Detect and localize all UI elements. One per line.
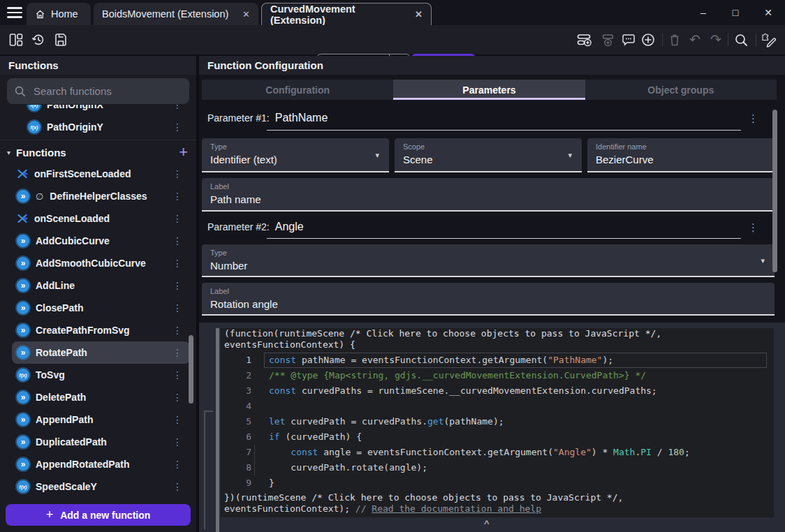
code-lines[interactable]: 1const pathName = eventsFunctionContext.…	[221, 353, 774, 491]
window-close-button[interactable]: ✕	[758, 6, 778, 20]
undo-icon[interactable]: ↶	[687, 32, 703, 47]
parameter-1-menu-icon[interactable]: ⋮	[748, 112, 758, 125]
item-menu-icon[interactable]: ⋮	[173, 459, 183, 470]
tab-boidsmovement[interactable]: BoidsMovement (Extension) ✕	[94, 3, 258, 25]
item-menu-icon[interactable]: ⋮	[173, 414, 183, 425]
function-item[interactable]: onSceneLoaded⋮	[12, 207, 190, 230]
param2-type-select[interactable]: Type Number ▾	[202, 244, 775, 277]
param1-scope-select[interactable]: Scope Scene ▾	[395, 138, 582, 172]
javascript-code-editor[interactable]: (function(runtimeScene /* Click here to …	[221, 328, 774, 517]
code-line[interactable]: 3const curvedPaths = runtimeScene.__curv…	[221, 383, 774, 399]
function-item[interactable]: »ClosePath⋮	[12, 297, 190, 319]
item-menu-icon[interactable]: ⋮	[173, 168, 183, 179]
sidebar-scrollbar[interactable]	[189, 335, 193, 404]
section-title: Functions	[16, 147, 66, 158]
add-subevent-icon[interactable]	[601, 32, 616, 47]
add-comment-icon[interactable]	[621, 32, 636, 47]
tab-home[interactable]: Home	[27, 3, 91, 25]
item-menu-icon[interactable]: ⋮	[173, 325, 183, 336]
param1-type-select[interactable]: Type Identifier (text) ▾	[202, 138, 389, 172]
code-wrapper-line[interactable]: (function(runtimeScene /* Click here to …	[221, 328, 774, 339]
function-item[interactable]: »AddCubicCurve⋮	[12, 230, 190, 252]
collapse-icon[interactable]: ▾	[7, 149, 10, 156]
item-menu-icon[interactable]: ⋮	[173, 392, 183, 403]
function-item[interactable]: onFirstSceneLoaded⋮	[12, 163, 190, 185]
add-event-icon[interactable]	[577, 32, 592, 47]
home-icon	[35, 9, 45, 20]
search-icon[interactable]	[733, 32, 749, 47]
documentation-link[interactable]: Read the documentation and help	[372, 503, 541, 514]
line-number: 6	[221, 429, 251, 445]
code-line[interactable]: 9}	[221, 475, 774, 491]
item-menu-icon[interactable]: ⋮	[173, 280, 183, 291]
private-function-icon: ∅	[36, 191, 43, 202]
function-item[interactable]: »DeletePath⋮	[12, 386, 190, 408]
item-menu-icon[interactable]: ⋮	[173, 121, 183, 133]
item-menu-icon[interactable]: ⋮	[173, 436, 183, 448]
function-item[interactable]: »RotatePath⋮	[12, 341, 190, 364]
tab-curvedmovement[interactable]: CurvedMovement (Extension) ✕	[261, 3, 432, 25]
code-line[interactable]: 2/** @type {Map<string, gdjs.__curvedMov…	[221, 368, 774, 383]
function-item[interactable]: »AddLine⋮	[12, 274, 190, 297]
function-item[interactable]: »∅DefineHelperClasses⋮	[12, 185, 190, 207]
item-menu-icon[interactable]: ⋮	[173, 258, 183, 269]
code-line[interactable]: 5let curvedPath = curvedPaths.get(pathNa…	[221, 414, 774, 429]
item-menu-icon[interactable]: ⋮	[173, 347, 183, 358]
function-item[interactable]: »CreatePathFromSvg⋮	[12, 319, 190, 341]
search-functions-input[interactable]	[32, 84, 182, 98]
item-menu-icon[interactable]: ⋮	[173, 481, 183, 492]
code-line[interactable]: 4	[221, 399, 774, 414]
item-menu-icon[interactable]: ⋮	[173, 302, 183, 313]
edit-extension-icon[interactable]	[761, 32, 777, 47]
function-item[interactable]: f(x)PathOriginY⋮	[12, 116, 190, 138]
parameter-1-name-input[interactable]: PathName	[275, 112, 328, 124]
tab-parameters[interactable]: Parameters	[393, 80, 585, 100]
item-menu-icon[interactable]: ⋮	[173, 369, 183, 380]
code-wrapper-line[interactable]: })(runtimeScene /* Click here to choose …	[221, 492, 774, 503]
expand-caret-icon[interactable]: ^	[484, 518, 490, 529]
function-item[interactable]: »DuplicatedPath⋮	[12, 431, 190, 453]
function-item[interactable]: f(x)ToSvg⋮	[12, 364, 190, 386]
window-maximize-button[interactable]: □	[726, 6, 745, 20]
parameters-scrollbar[interactable]	[772, 110, 777, 272]
item-menu-icon[interactable]: ⋮	[173, 191, 183, 202]
event-handle[interactable]	[216, 328, 219, 532]
history-icon[interactable]	[31, 32, 46, 47]
function-item[interactable]: f(x)PathOriginX⋮	[12, 105, 190, 116]
function-item[interactable]: »AddSmoothCubicCurve⋮	[12, 252, 190, 274]
menu-icon[interactable]	[7, 7, 22, 18]
tab-label: CurvedMovement (Extension)	[270, 3, 405, 26]
window-minimize-button[interactable]: –	[694, 6, 713, 20]
code-wrapper-line: eventsFunctionContext) {	[221, 339, 774, 350]
add-new-function-button[interactable]: + Add a new function	[6, 504, 191, 526]
line-number: 3	[221, 383, 251, 399]
param2-label-input[interactable]: Label Rotation angle	[202, 283, 775, 316]
caret-down-icon: ▾	[761, 256, 765, 265]
open-panels-icon[interactable]	[8, 32, 24, 47]
item-menu-icon[interactable]: ⋮	[173, 213, 183, 224]
tab-object-groups[interactable]: Object groups	[585, 80, 777, 100]
item-menu-icon[interactable]: ⋮	[173, 235, 183, 246]
tab-close-icon[interactable]: ✕	[233, 9, 250, 20]
param1-identifier-input[interactable]: Identifier name BezierCurve	[587, 138, 775, 172]
code-line[interactable]: 8 curvedPath.rotate(angle);	[221, 460, 774, 475]
parameter-2-name-input[interactable]: Angle	[275, 221, 304, 233]
function-item[interactable]: »AppendRotatedPath⋮	[12, 453, 190, 475]
code-line[interactable]: 6if (curvedPath) {	[221, 429, 774, 445]
function-item[interactable]: »AppendPath⋮	[12, 408, 190, 431]
tab-configuration[interactable]: Configuration	[202, 80, 393, 100]
param1-label-input[interactable]: Label Path name	[202, 178, 775, 212]
parameter-2-menu-icon[interactable]: ⋮	[748, 221, 758, 234]
save-icon[interactable]	[53, 32, 68, 47]
function-item[interactable]: f(x)SpeedScaleY⋮	[12, 475, 190, 498]
redo-icon[interactable]: ↷	[708, 32, 724, 47]
add-function-icon[interactable]: +	[179, 145, 188, 159]
code-line[interactable]: 1const pathName = eventsFunctionContext.…	[221, 353, 774, 368]
delete-icon[interactable]	[667, 32, 682, 47]
search-functions-box[interactable]	[7, 78, 189, 104]
add-action-icon[interactable]	[640, 32, 656, 47]
code-line[interactable]: 7 const angle = eventsFunctionContext.ge…	[221, 445, 774, 460]
item-menu-icon[interactable]: ⋮	[173, 105, 183, 110]
tab-close-icon[interactable]: ✕	[405, 9, 423, 20]
functions-section-header[interactable]: ▾ Functions +	[0, 142, 196, 163]
